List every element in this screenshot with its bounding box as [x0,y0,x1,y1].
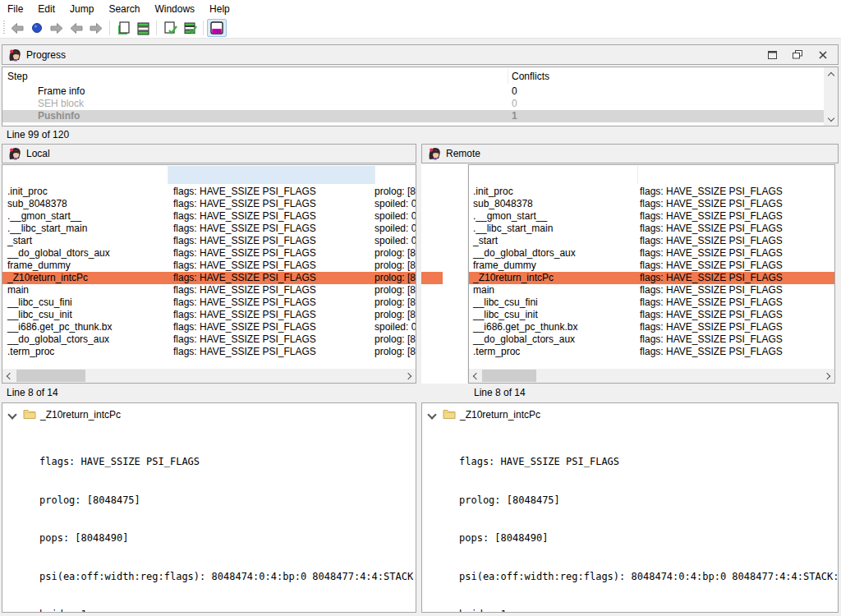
function-name: __do_global_ctors_aux [473,333,575,346]
tree-expander-icon[interactable] [427,410,436,419]
function-row[interactable]: __libc_csu_fini flags: HAVE_SSIZE PSI_FL… [469,297,834,309]
function-name: .__gmon_start__ [473,210,547,223]
ida-app-icon [428,147,441,160]
scroll-down-icon[interactable] [824,113,838,126]
scrollbar-thumb[interactable] [16,370,85,382]
function-row[interactable]: frame_dummy flags: HAVE_SSIZE PSI_FLAGS [469,260,834,272]
function-name: __do_global_ctors_aux [7,333,109,346]
scroll-right-icon[interactable] [821,369,834,383]
close-icon[interactable] [818,50,828,60]
restore-button[interactable] [793,50,802,60]
scroll-up-icon[interactable] [824,67,838,80]
function-row[interactable]: _start flags: HAVE_SSIZE PSI_FLAGS [469,235,834,247]
menu-item[interactable]: Windows [147,1,202,17]
function-row[interactable]: sub_8048378 flags: HAVE_SSIZE PSI_FLAGS [469,198,834,210]
toolbar [0,18,841,39]
progress-row[interactable]: Frame info 0 [2,85,824,98]
blue-dot-icon[interactable] [27,19,47,37]
menu-item[interactable]: Help [202,1,237,17]
selected-column-header[interactable] [168,166,375,184]
nav-back-icon[interactable] [7,19,27,37]
function-flags: flags: HAVE_SSIZE PSI_FLAGS [173,260,316,272]
remote-list-header[interactable] [469,165,834,185]
function-row[interactable]: _Z10return_intcPc flags: HAVE_SSIZE PSI_… [2,272,416,284]
horizontal-scrollbar[interactable] [2,369,416,383]
ida-app-icon [8,147,21,160]
nav-back2-icon[interactable] [67,19,86,37]
nav-forward-icon[interactable] [47,19,67,37]
function-row[interactable]: .init_proc flags: HAVE_SSIZE PSI_FLAGS p… [2,186,416,198]
function-row[interactable]: __do_global_dtors_aux flags: HAVE_SSIZE … [2,247,416,260]
function-row[interactable]: .__libc_start_main flags: HAVE_SSIZE PSI… [469,223,834,235]
progress-row[interactable]: SEH block 0 [2,98,824,110]
function-row[interactable]: .__gmon_start__ flags: HAVE_SSIZE PSI_FL… [469,210,834,223]
function-flags: flags: HAVE_SSIZE PSI_FLAGS [173,210,316,223]
horizontal-scrollbar[interactable] [469,369,834,383]
function-row[interactable]: main flags: HAVE_SSIZE PSI_FLAGS [469,284,834,297]
function-value: prolog: [80 [375,247,416,260]
column-divider [637,166,638,184]
function-row[interactable]: __libc_csu_init flags: HAVE_SSIZE PSI_FL… [2,309,416,321]
detail-function-title[interactable]: _Z10return_intcPc [460,409,540,421]
function-row[interactable]: __libc_csu_fini flags: HAVE_SSIZE PSI_FL… [2,297,416,309]
local-rows: .init_proc flags: HAVE_SSIZE PSI_FLAGS p… [2,186,416,358]
doc-check-icon[interactable] [160,19,180,37]
function-row[interactable]: __i686.get_pc_thunk.bx flags: HAVE_SSIZE… [2,321,416,333]
detail-line: pops: [8048490] [459,532,839,545]
function-name: _start [473,235,498,247]
function-row[interactable]: _start flags: HAVE_SSIZE PSI_FLAGS spoil… [2,235,416,247]
function-row[interactable]: .term_proc flags: HAVE_SSIZE PSI_FLAGS [469,346,834,358]
detail-function-title[interactable]: _Z10return_intcPc [40,409,121,421]
function-value: prolog: [80 [375,272,416,284]
progress-title: Progress [26,49,66,61]
menu-item[interactable]: File [0,1,30,17]
function-row[interactable]: __do_global_ctors_aux flags: HAVE_SSIZE … [2,333,416,346]
function-row[interactable]: __do_global_dtors_aux flags: HAVE_SSIZE … [469,247,834,260]
progress-row[interactable]: Pushinfo 1 [2,110,824,122]
column-header-step[interactable]: Step [7,71,28,82]
function-row[interactable]: __do_global_ctors_aux flags: HAVE_SSIZE … [469,333,834,346]
vertical-scrollbar[interactable] [824,67,838,126]
function-row[interactable]: frame_dummy flags: HAVE_SSIZE PSI_FLAGS … [2,260,416,272]
function-row[interactable]: main flags: HAVE_SSIZE PSI_FLAGS prolog:… [2,284,416,297]
remote-pane-header[interactable]: Remote [421,144,839,163]
function-value: prolog: [80 [375,309,416,321]
function-flags: flags: HAVE_SSIZE PSI_FLAGS [640,272,783,284]
scroll-right-icon[interactable] [402,369,416,383]
menu-item[interactable]: Search [101,1,147,17]
local-list-header[interactable] [2,165,416,185]
nav-forward2-icon[interactable] [86,19,106,37]
stack-green-icon[interactable] [133,19,153,37]
function-value: prolog: [80 [375,346,416,358]
function-flags: flags: HAVE_SSIZE PSI_FLAGS [173,309,316,321]
function-row[interactable]: .term_proc flags: HAVE_SSIZE PSI_FLAGS p… [2,346,416,358]
local-pane-header[interactable]: Local [2,144,416,163]
maximize-button[interactable] [767,50,777,60]
scroll-left-icon[interactable] [2,369,16,383]
function-flags: flags: HAVE_SSIZE PSI_FLAGS [640,235,783,247]
toolbar-grip[interactable] [1,21,7,35]
stack-check-icon[interactable] [180,19,200,37]
toolbar-separator [203,21,204,35]
function-row[interactable]: .__libc_start_main flags: HAVE_SSIZE PSI… [2,223,416,235]
menu-item[interactable]: Edit [30,1,62,17]
merge-view-icon[interactable] [207,19,227,37]
menu-items: FileEditJumpSearchWindowsHelp [0,1,237,17]
function-flags: flags: HAVE_SSIZE PSI_FLAGS [173,223,316,235]
column-header-conflicts[interactable]: Conflicts [512,71,549,82]
function-row[interactable]: __i686.get_pc_thunk.bx flags: HAVE_SSIZE… [469,321,834,333]
function-row[interactable]: .__gmon_start__ flags: HAVE_SSIZE PSI_FL… [2,210,416,223]
function-row[interactable]: __libc_csu_init flags: HAVE_SSIZE PSI_FL… [469,309,834,321]
scroll-left-icon[interactable] [469,369,482,383]
scrollbar-thumb[interactable] [482,370,536,382]
function-row[interactable]: .init_proc flags: HAVE_SSIZE PSI_FLAGS [469,186,834,198]
function-flags: flags: HAVE_SSIZE PSI_FLAGS [173,346,316,358]
function-name: __i686.get_pc_thunk.bx [473,321,577,333]
function-row[interactable]: _Z10return_intcPc flags: HAVE_SSIZE PSI_… [469,272,834,284]
menu-item[interactable]: Jump [62,1,101,17]
doc-green-icon[interactable] [113,19,133,37]
function-row[interactable]: sub_8048378 flags: HAVE_SSIZE PSI_FLAGS … [2,198,416,210]
function-value: spoiled: 00 [375,210,416,223]
progress-titlebar[interactable]: Progress [2,44,839,65]
tree-expander-icon[interactable] [7,410,16,419]
